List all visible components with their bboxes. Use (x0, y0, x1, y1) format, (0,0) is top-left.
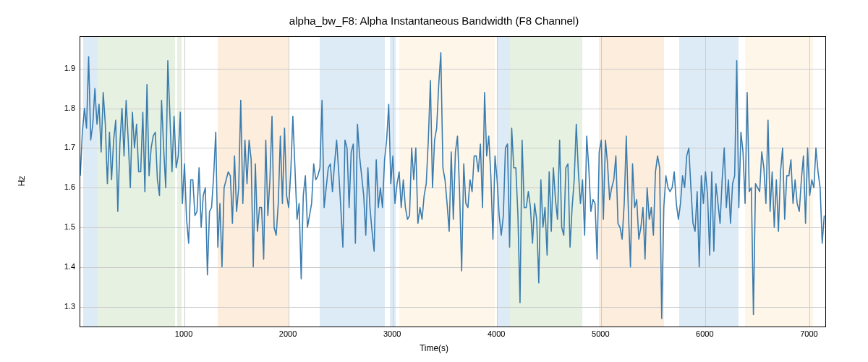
x-tick-label: 3000 (383, 329, 401, 338)
plot-area (80, 36, 826, 327)
y-tick-label: 1.5 (46, 222, 75, 231)
x-tick-label: 6000 (696, 329, 713, 338)
x-tick-label: 5000 (592, 329, 609, 338)
data-line (80, 37, 825, 327)
y-tick-label: 1.7 (46, 143, 75, 151)
x-tick-label: 4000 (488, 329, 505, 338)
x-tick-label: 1000 (175, 329, 192, 338)
y-axis-label: Hz (17, 176, 27, 187)
chart-container: alpha_bw_F8: Alpha Instantaneous Bandwid… (0, 0, 868, 362)
y-tick-label: 1.4 (46, 262, 75, 271)
x-tick-label: 2000 (279, 329, 297, 338)
x-axis-label: Time(s) (0, 343, 868, 353)
y-tick-label: 1.3 (46, 302, 75, 311)
y-tick-label: 1.6 (46, 182, 75, 191)
chart-title: alpha_bw_F8: Alpha Instantaneous Bandwid… (0, 14, 868, 27)
y-tick-label: 1.9 (46, 64, 75, 72)
y-tick-label: 1.8 (46, 104, 75, 112)
x-tick-label: 7000 (800, 329, 817, 338)
